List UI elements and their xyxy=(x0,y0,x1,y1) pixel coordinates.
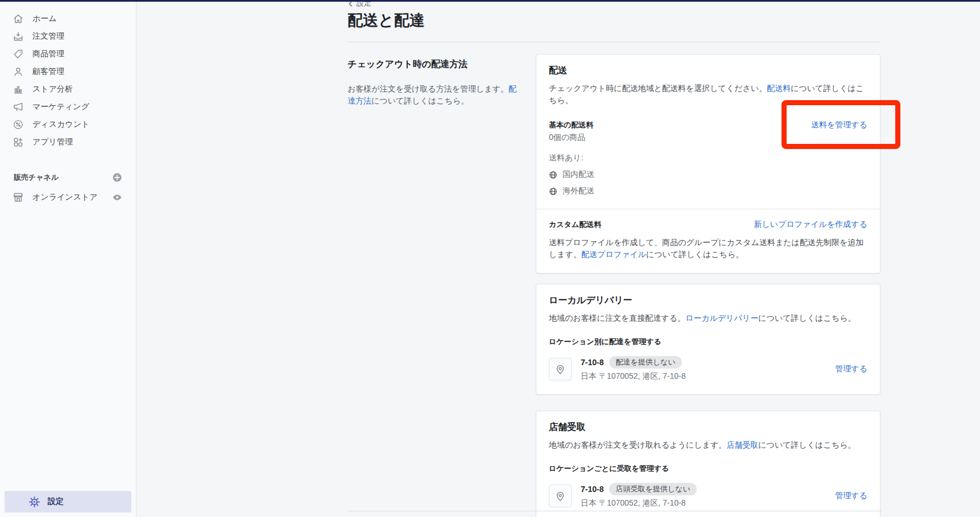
description-text: 地域のお客様が注文を受け取れるようにします。 xyxy=(549,440,726,449)
manage-location-link[interactable]: 管理する xyxy=(835,364,867,374)
store-pickup-card: 店舗受取 地域のお客様が注文を受け取れるようにします。店舗受取について詳しくはこ… xyxy=(536,411,880,517)
map-pin-icon xyxy=(554,363,567,375)
sidebar-item-label: オンラインストア xyxy=(32,192,98,202)
location-name: 7-10-8 xyxy=(581,358,603,367)
description-text: 地域のお客様に注文を直接配達する。 xyxy=(549,313,685,322)
sidebar-item-label: 顧客管理 xyxy=(32,67,64,77)
sidebar-nav: ホーム 注文管理 商品管理 顧客管理 ストア分析 マーケティング ディスカウント xyxy=(0,2,136,151)
location-row: 7-10-8 配達を提供しない 日本 〒1070052, 港区, 7-10-8 … xyxy=(549,356,867,382)
breadcrumb-label: 設定 xyxy=(357,2,371,9)
customers-icon xyxy=(13,66,24,77)
shipping-rates-link[interactable]: 配送料 xyxy=(767,84,791,93)
description-text: について詳しくはこちら。 xyxy=(758,440,855,449)
local-delivery-link[interactable]: ローカルデリバリー xyxy=(685,313,758,322)
bottom-divider xyxy=(348,511,882,511)
marketing-icon xyxy=(13,101,24,113)
local-delivery-card: ローカルデリバリー 地域のお客様に注文を直接配達する。ローカルデリバリーについて… xyxy=(536,284,880,395)
zone-label: 海外配送 xyxy=(563,186,594,196)
orders-icon xyxy=(13,31,24,42)
rates-exist-label: 送料あり: xyxy=(549,153,867,163)
product-count: 0個の商品 xyxy=(549,133,593,143)
storefront-icon xyxy=(13,192,24,203)
sidebar-item-marketing[interactable]: マーケティング xyxy=(0,98,136,115)
card-description: 地域のお客様に注文を直接配達する。ローカルデリバリーについて詳しくはこちら。 xyxy=(549,312,867,324)
location-address: 日本 〒1070052, 港区, 7-10-8 xyxy=(581,371,826,382)
sidebar-item-label: マーケティング xyxy=(32,102,89,112)
sidebar-item-apps[interactable]: アプリ管理 xyxy=(0,133,136,151)
gear-icon xyxy=(28,496,40,508)
sidebar-item-label: 商品管理 xyxy=(32,49,64,59)
page-title: 配送と配達 xyxy=(348,10,425,31)
sidebar-item-online-store[interactable]: オンラインストア xyxy=(0,188,136,206)
store-pickup-link[interactable]: 店舗受取 xyxy=(726,440,758,449)
status-badge: 配達を提供しない xyxy=(609,356,681,369)
description-text: について詳しくはこちら。 xyxy=(646,250,743,259)
map-pin-icon xyxy=(554,490,567,502)
chevron-left-icon xyxy=(348,2,354,7)
globe-icon xyxy=(549,187,557,196)
location-name-row: 7-10-8 店頭受取を提供しない xyxy=(581,483,826,495)
sidebar-item-discounts[interactable]: ディスカウント xyxy=(0,115,136,133)
sidebar-item-analytics[interactable]: ストア分析 xyxy=(0,80,136,98)
breadcrumb[interactable]: 設定 xyxy=(348,2,371,9)
sidebar-item-orders[interactable]: 注文管理 xyxy=(0,27,136,45)
plus-circle-icon[interactable] xyxy=(112,172,122,183)
general-rates-row: 基本の配送料 0個の商品 送料を管理する xyxy=(549,120,867,143)
location-icon-box xyxy=(549,485,572,507)
description-text: について詳しくはこちら。 xyxy=(371,96,469,105)
card-title: 配送 xyxy=(549,65,867,77)
sidebar-item-home[interactable]: ホーム xyxy=(0,10,136,27)
store-pickup-section: 店舗受取 地域のお客様が注文を受け取れるようにします。店舗受取について詳しくはこ… xyxy=(536,411,880,517)
cards-column: 配送 チェックアウト時に配送地域と配送料を選択してください。配送料について詳しく… xyxy=(536,54,880,517)
panel-title: チェックアウト時の配達方法 xyxy=(348,59,519,71)
sales-channels-title: 販売チャネル xyxy=(14,172,59,183)
custom-rates-header-row: カスタム配送料 新しいプロファイルを作成する xyxy=(549,220,867,230)
shipping-zone-row: 国内配送 xyxy=(549,169,867,180)
checkout-delivery-panel: チェックアウト時の配達方法 お客様が注文を受け取る方法を管理します。配達方法につ… xyxy=(348,59,519,107)
sidebar-item-customers[interactable]: 顧客管理 xyxy=(0,63,136,80)
general-rates-label: 基本の配送料 xyxy=(549,120,593,130)
apps-icon xyxy=(13,137,24,148)
local-delivery-section: ローカルデリバリー 地域のお客様に注文を直接配達する。ローカルデリバリーについて… xyxy=(536,284,880,394)
create-profile-link[interactable]: 新しいプロファイルを作成する xyxy=(754,220,867,230)
shipping-card: 配送 チェックアウト時に配送地域と配送料を選択してください。配送料について詳しく… xyxy=(536,54,880,274)
sidebar-item-label: ディスカウント xyxy=(32,119,89,130)
custom-rates-description: 送料プロファイルを作成して、商品のグループにカスタム送料または配送先制限を追加し… xyxy=(549,237,867,260)
top-navy-bar xyxy=(0,0,980,2)
sidebar: ホーム 注文管理 商品管理 顧客管理 ストア分析 マーケティング ディスカウント xyxy=(0,2,137,517)
location-name-row: 7-10-8 配達を提供しない xyxy=(581,356,826,369)
custom-rates-section: カスタム配送料 新しいプロファイルを作成する 送料プロファイルを作成して、商品の… xyxy=(536,209,880,273)
location-address: 日本 〒1070052, 港区, 7-10-8 xyxy=(581,498,826,508)
card-title: 店舗受取 xyxy=(549,421,867,433)
card-description: チェックアウト時に配送地域と配送料を選択してください。配送料について詳しくはこち… xyxy=(549,82,867,106)
shipping-zone-row: 海外配送 xyxy=(549,186,867,196)
shipping-card-main-section: 配送 チェックアウト時に配送地域と配送料を選択してください。配送料について詳しく… xyxy=(536,55,880,209)
sidebar-item-label: 注文管理 xyxy=(32,31,64,42)
location-name: 7-10-8 xyxy=(581,485,603,494)
sales-channels-section: 販売チャネル オンラインストア xyxy=(0,170,136,206)
zone-label: 国内配送 xyxy=(563,169,594,180)
sidebar-item-settings[interactable]: 設定 xyxy=(5,491,131,512)
sales-channels-header: 販売チャネル xyxy=(0,170,136,185)
sidebar-item-products[interactable]: 商品管理 xyxy=(0,45,136,63)
card-description: 地域のお客様が注文を受け取れるようにします。店舗受取について詳しくはこちら。 xyxy=(549,439,867,451)
eye-icon[interactable] xyxy=(112,192,122,202)
products-icon xyxy=(13,48,24,60)
description-text: チェックアウト時に配送地域と配送料を選択してください。 xyxy=(549,84,767,93)
sidebar-item-label: ストア分析 xyxy=(32,84,73,94)
location-icon-box xyxy=(549,358,572,380)
location-info: 7-10-8 店頭受取を提供しない 日本 〒1070052, 港区, 7-10-… xyxy=(581,483,826,508)
custom-rates-label: カスタム配送料 xyxy=(549,220,601,230)
manage-location-link[interactable]: 管理する xyxy=(835,491,867,501)
manage-rates-link[interactable]: 送料を管理する xyxy=(811,120,867,130)
location-row: 7-10-8 店頭受取を提供しない 日本 〒1070052, 港区, 7-10-… xyxy=(549,483,867,508)
locations-section-label: ロケーションごとに受取を管理する xyxy=(549,464,867,474)
status-badge: 店頭受取を提供しない xyxy=(609,483,696,495)
sidebar-item-label: 設定 xyxy=(48,497,64,507)
shipping-profile-link[interactable]: 配送プロファイル xyxy=(581,250,646,259)
home-icon xyxy=(13,13,24,24)
title-divider xyxy=(348,42,880,42)
general-rates-info: 基本の配送料 0個の商品 xyxy=(549,120,593,143)
description-text: お客様が注文を受け取る方法を管理します。 xyxy=(348,84,508,93)
globe-icon xyxy=(549,171,557,179)
